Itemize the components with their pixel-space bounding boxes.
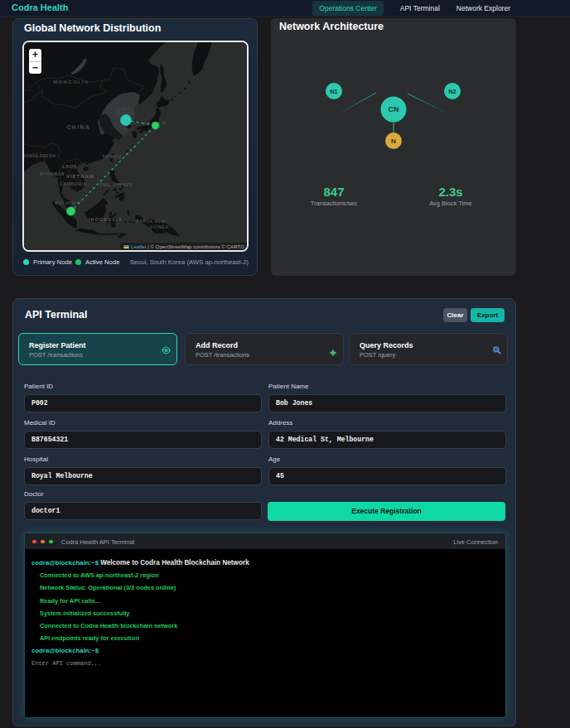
svg-text:LAOS: LAOS: [62, 164, 77, 169]
svg-text:MYANMAR: MYANMAR: [40, 171, 65, 176]
svg-text:GUINEA: GUINEA: [150, 224, 169, 229]
svg-text:MONGOLIA: MONGOLIA: [53, 80, 89, 84]
svg-text:CN: CN: [389, 105, 399, 113]
svg-text:PHILIPPINES: PHILIPPINES: [99, 182, 133, 187]
svg-text:CAMBODIA: CAMBODIA: [60, 181, 86, 186]
svg-text:INDONESIA: INDONESIA: [89, 217, 123, 222]
svg-text:MALAYSIA: MALAYSIA: [55, 200, 80, 205]
svg-text:VIETNAM: VIETNAM: [66, 174, 94, 179]
svg-text:PAPUA NEW: PAPUA NEW: [137, 219, 166, 224]
svg-text:N: N: [391, 137, 396, 145]
svg-text:N2: N2: [448, 88, 456, 95]
svg-text:CHINA: CHINA: [66, 124, 90, 130]
svg-text:N1: N1: [330, 88, 338, 95]
svg-text:TAIWAN: TAIWAN: [103, 154, 122, 159]
svg-text:BANGLADESH: BANGLADESH: [24, 153, 56, 158]
